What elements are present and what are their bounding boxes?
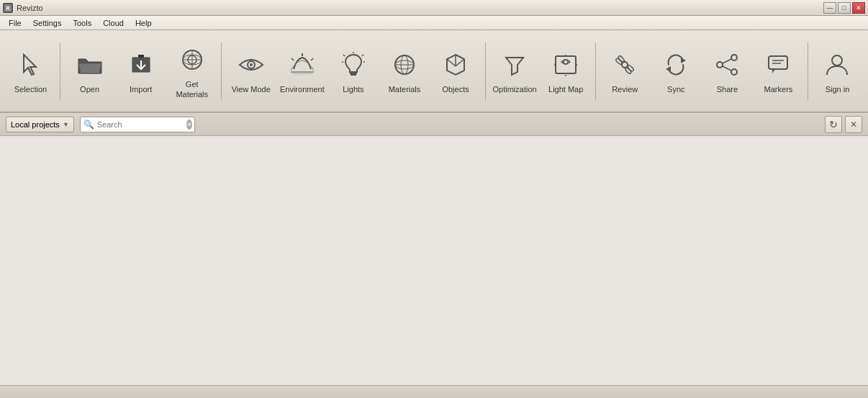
search-box: 🔍 ✕ [80, 117, 195, 132]
fan-icon [607, 48, 642, 82]
project-dropdown[interactable]: Local projects ▼ [6, 117, 74, 132]
svg-line-25 [447, 59, 456, 66]
main-content [0, 136, 868, 385]
lightmap-icon [548, 48, 583, 82]
toolbar-import[interactable]: Import [116, 35, 166, 107]
svg-marker-2 [24, 55, 36, 75]
sep-4 [595, 42, 596, 100]
svg-line-16 [343, 55, 345, 56]
sep-3 [485, 42, 486, 100]
filter-icon [497, 48, 532, 82]
toolbar-view-mode[interactable]: View Mode [226, 35, 276, 107]
svg-rect-37 [769, 56, 787, 69]
svg-point-29 [622, 62, 628, 68]
cursor-icon [14, 48, 48, 82]
svg-point-34 [731, 69, 737, 75]
app-title: Revizto [17, 4, 43, 12]
minimize-button[interactable]: — [823, 2, 836, 14]
toolbar-view-mode-label: View Mode [232, 85, 271, 94]
sep-5 [808, 42, 808, 100]
svg-marker-31 [666, 66, 671, 72]
toolbar-sign-in-label: Sign in [826, 85, 850, 94]
toolbar-review[interactable]: Review [600, 35, 650, 107]
window-controls: — □ ✕ [823, 2, 865, 14]
refresh-button[interactable]: ↻ [825, 116, 842, 133]
search-bar: Local projects ▼ 🔍 ✕ ↻ ✕ [0, 113, 868, 136]
svg-marker-30 [681, 58, 686, 63]
toolbar-markers-label: Markers [764, 85, 793, 94]
person-icon [820, 48, 854, 82]
svg-line-35 [723, 59, 731, 63]
svg-line-11 [291, 58, 294, 60]
sep-1 [60, 42, 60, 100]
app-icon: R [3, 3, 13, 13]
bulb-icon [336, 48, 371, 82]
toolbar-get-materials[interactable]: Get Materials [167, 35, 217, 107]
box-icon [438, 48, 473, 82]
environment-icon [285, 48, 320, 82]
chat-icon [761, 48, 795, 82]
sep-2 [221, 42, 222, 100]
maximize-button[interactable]: □ [838, 2, 851, 14]
toolbar-optimization[interactable]: Optimization [490, 35, 540, 107]
svg-text:R: R [6, 6, 9, 11]
toolbar-share[interactable]: Share [702, 35, 752, 107]
toolbar-sign-in[interactable]: Sign in [813, 35, 862, 107]
svg-line-12 [311, 58, 313, 60]
import-icon [124, 48, 158, 82]
toolbar-share-label: Share [717, 85, 738, 94]
menu-bar: File Settings Tools Cloud Help [0, 16, 868, 30]
menu-cloud[interactable]: Cloud [97, 17, 130, 29]
toolbar-light-map-label: Light Map [548, 85, 583, 94]
toolbar-objects-label: Objects [442, 85, 469, 94]
menu-tools[interactable]: Tools [67, 17, 97, 29]
toolbar: Selection Open Import [0, 30, 868, 113]
svg-point-33 [717, 62, 723, 68]
close-button[interactable]: ✕ [852, 2, 865, 14]
sphere-icon [387, 48, 422, 82]
folder-icon [73, 48, 107, 82]
toolbar-lights[interactable]: Lights [328, 35, 378, 107]
dropdown-arrow-icon: ▼ [63, 121, 69, 128]
title-bar: R Revizto — □ ✕ [0, 0, 868, 16]
toolbar-import-label: Import [130, 85, 152, 94]
toolbar-environment-label: Environment [280, 85, 325, 94]
project-dropdown-label: Local projects [11, 120, 60, 129]
menu-file[interactable]: File [3, 17, 27, 29]
toolbar-optimization-label: Optimization [493, 85, 537, 94]
toolbar-materials[interactable]: Materials [379, 35, 429, 107]
svg-rect-27 [556, 56, 576, 73]
toolbar-materials-label: Materials [389, 85, 421, 94]
share-icon [710, 48, 744, 82]
toolbar-open-label: Open [80, 85, 99, 94]
menu-help[interactable]: Help [130, 17, 158, 29]
svg-point-28 [564, 60, 568, 64]
menu-settings[interactable]: Settings [27, 17, 68, 29]
toolbar-sync[interactable]: Sync [651, 35, 701, 107]
title-left: R Revizto [3, 3, 43, 13]
svg-point-9 [250, 63, 253, 66]
get-materials-icon [175, 42, 209, 77]
toolbar-light-map[interactable]: Light Map [541, 35, 591, 107]
toolbar-environment[interactable]: Environment [277, 35, 327, 107]
svg-line-17 [362, 55, 363, 56]
toolbar-review-label: Review [612, 85, 638, 94]
svg-point-40 [832, 55, 842, 65]
clear-icon: ✕ [186, 121, 192, 128]
toolbar-get-materials-label: Get Materials [169, 80, 214, 99]
svg-line-26 [456, 59, 464, 66]
search-clear-button[interactable]: ✕ [186, 119, 192, 130]
close-panel-icon: ✕ [850, 119, 857, 130]
toolbar-open[interactable]: Open [65, 35, 114, 107]
search-input[interactable] [97, 120, 184, 129]
toolbar-selection[interactable]: Selection [6, 35, 55, 107]
search-icon: 🔍 [83, 119, 94, 130]
eye-icon [234, 48, 268, 82]
svg-line-36 [723, 66, 731, 71]
close-panel-button[interactable]: ✕ [845, 116, 862, 133]
toolbar-markers[interactable]: Markers [754, 35, 803, 107]
refresh-icon: ↻ [829, 119, 838, 130]
toolbar-objects[interactable]: Objects [431, 35, 481, 107]
toolbar-selection-label: Selection [14, 85, 47, 94]
toolbar-sync-label: Sync [667, 85, 684, 94]
